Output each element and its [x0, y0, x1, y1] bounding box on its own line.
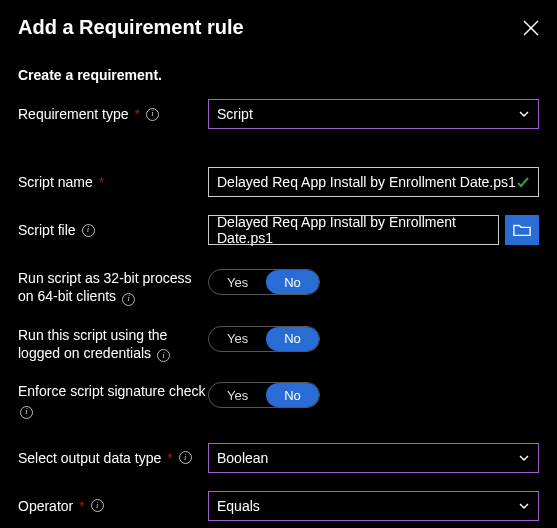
info-icon[interactable]: i [157, 349, 170, 362]
loggedon-toggle[interactable]: Yes No [208, 326, 320, 352]
script-name-value: Delayed Req App Install by Enrollment Da… [217, 174, 516, 190]
output-type-value: Boolean [217, 450, 268, 466]
info-icon[interactable]: i [179, 451, 192, 464]
loggedon-no[interactable]: No [266, 327, 319, 351]
sigcheck-label: Enforce script signature check [18, 383, 206, 399]
info-icon[interactable]: i [146, 108, 159, 121]
info-icon[interactable]: i [82, 224, 95, 237]
chevron-down-icon [518, 108, 530, 120]
section-subhead: Create a requirement. [18, 67, 539, 83]
info-icon[interactable]: i [91, 499, 104, 512]
loggedon-yes[interactable]: Yes [209, 327, 266, 351]
browse-file-button[interactable] [505, 215, 539, 245]
info-icon[interactable]: i [122, 293, 135, 306]
script-name-select[interactable]: Delayed Req App Install by Enrollment Da… [208, 167, 539, 197]
output-type-select[interactable]: Boolean [208, 443, 539, 473]
page-title: Add a Requirement rule [18, 16, 244, 39]
sigcheck-no[interactable]: No [266, 383, 319, 407]
operator-select[interactable]: Equals [208, 491, 539, 521]
script-file-label: Script file [18, 221, 76, 239]
check-icon [516, 175, 530, 189]
info-icon[interactable]: i [20, 406, 33, 419]
required-asterisk: * [135, 105, 140, 123]
req-type-select[interactable]: Script [208, 99, 539, 129]
loggedon-label: Run this script using the logged on cred… [18, 327, 167, 361]
run32-no[interactable]: No [266, 270, 319, 294]
required-asterisk: * [99, 173, 104, 191]
req-type-label: Requirement type [18, 105, 129, 123]
chevron-down-icon [518, 500, 530, 512]
output-type-label: Select output data type [18, 449, 161, 467]
run32-toggle[interactable]: Yes No [208, 269, 320, 295]
req-type-value: Script [217, 106, 253, 122]
folder-icon [513, 223, 531, 237]
required-asterisk: * [167, 449, 172, 467]
script-name-label: Script name [18, 173, 93, 191]
chevron-down-icon [518, 452, 530, 464]
required-asterisk: * [79, 497, 84, 515]
script-file-input[interactable]: Delayed Req App Install by Enrollment Da… [208, 215, 499, 245]
sigcheck-toggle[interactable]: Yes No [208, 382, 320, 408]
run32-label: Run script as 32-bit process on 64-bit c… [18, 270, 192, 304]
operator-label: Operator [18, 497, 73, 515]
run32-yes[interactable]: Yes [209, 270, 266, 294]
script-file-value: Delayed Req App Install by Enrollment Da… [217, 214, 490, 246]
sigcheck-yes[interactable]: Yes [209, 383, 266, 407]
close-icon[interactable] [523, 20, 539, 36]
operator-value: Equals [217, 498, 260, 514]
